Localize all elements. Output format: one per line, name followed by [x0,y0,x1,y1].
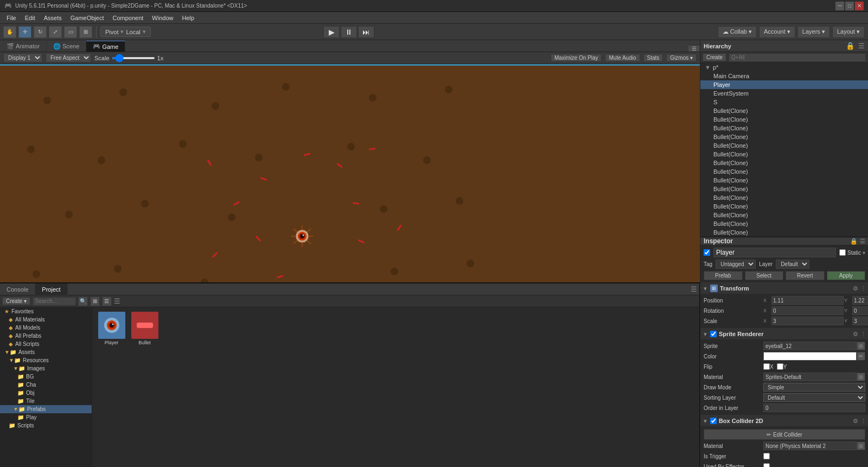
used-by-effector-checkbox[interactable] [763,463,770,467]
project-create-button[interactable]: Create ▾ [2,297,30,305]
is-trigger-checkbox[interactable] [763,453,770,459]
folder-all-models[interactable]: ◆ All Models [0,324,92,332]
move-tool-button[interactable]: ✛ [18,26,31,38]
sprite-renderer-header[interactable]: ▼ Sprite Renderer ⚙ ⋮ [700,329,868,339]
hierarchy-create-button[interactable]: Create [703,53,726,61]
aspect-select[interactable]: Free Aspect [46,53,91,62]
hierarchy-bullet-5[interactable]: Bullet(Clone) [700,141,868,150]
hierarchy-item-s[interactable]: S [700,98,868,106]
hierarchy-bullet-7[interactable]: Bullet(Clone) [700,159,868,167]
color-picker-icon[interactable]: ✏ [857,352,865,361]
hierarchy-item-maincamera[interactable]: Main Camera [700,72,868,80]
prefab-button[interactable]: Prefab [704,271,743,280]
hierarchy-lock-icon[interactable]: 🔒 [846,42,855,50]
game-viewport[interactable] [0,64,700,282]
folder-prefabs[interactable]: ▼📁 Prefabs [0,405,92,413]
hierarchy-bullet-3[interactable]: Bullet(Clone) [700,124,868,132]
hierarchy-bullet-8[interactable]: Bullet(Clone) [700,167,868,176]
folder-scripts[interactable]: 📁 Scripts [0,421,92,430]
layers-button[interactable]: Layers ▾ [797,26,830,38]
pause-button[interactable]: ⏸ [341,26,357,38]
color-swatch[interactable] [763,352,857,361]
game-panel-menu[interactable]: ☰ [688,46,700,52]
rotation-y-input[interactable] [852,306,868,315]
position-y-input[interactable] [852,296,868,305]
hierarchy-bullet-13[interactable]: Bullet(Clone) [700,211,868,219]
hierarchy-bullet-4[interactable]: Bullet(Clone) [700,132,868,141]
sprite-input[interactable] [763,342,857,350]
material-sr-picker-icon[interactable]: ◎ [857,373,865,381]
hierarchy-item-eventsystem[interactable]: EventSystem [700,89,868,98]
folder-favorites[interactable]: ★ Favorites [0,307,92,315]
object-active-checkbox[interactable] [704,249,710,256]
position-x-input[interactable] [771,296,844,305]
display-select[interactable]: Display 1 [3,53,42,62]
menu-file[interactable]: File [2,14,21,22]
tab-scene[interactable]: 🌐 Scene [47,41,86,52]
menu-gameobject[interactable]: GameObject [66,14,108,22]
order-in-layer-input[interactable] [763,403,865,412]
transform-tool-button[interactable]: ⊞ [79,26,92,38]
tab-project[interactable]: Project [35,283,67,295]
hierarchy-bullet-9[interactable]: Bullet(Clone) [700,176,868,185]
project-icon-btn-1[interactable]: ⊞ [90,296,100,306]
flip-y-checkbox[interactable] [777,363,783,370]
hierarchy-bullet-2[interactable]: Bullet(Clone) [700,115,868,124]
transform-header[interactable]: ▼ ⊞ Transform ⚙ ⋮ [700,283,868,294]
scale-x-input[interactable] [771,317,844,325]
tab-console[interactable]: Console [0,283,35,295]
box-collider-header[interactable]: ▼ Box Collider 2D ⚙ ⋮ [700,415,868,426]
box-collider-gear-icon[interactable]: ⋮ [860,418,866,425]
menu-help[interactable]: Help [177,14,199,22]
project-search-icon-btn[interactable]: 🔍 [78,296,88,306]
folder-all-materials[interactable]: ◆ All Materials [0,315,92,324]
hierarchy-item-root[interactable]: ▼ p* [700,63,868,72]
revert-button[interactable]: Revert [786,271,825,280]
project-search-input[interactable] [33,297,76,306]
hierarchy-bullet-12[interactable]: Bullet(Clone) [700,202,868,211]
sprite-picker-icon[interactable]: ◎ [857,342,865,350]
transform-gear-icon[interactable]: ⋮ [860,285,866,292]
folder-images[interactable]: ▼📁 Images [0,364,92,373]
hierarchy-bullet-14[interactable]: Bullet(Clone) [700,219,868,228]
folder-tile[interactable]: 📁 Tile [0,397,92,405]
rotation-x-input[interactable] [771,306,844,315]
project-icon-btn-2[interactable]: ☰ [102,296,112,306]
account-button[interactable]: Account ▾ [759,26,795,38]
folder-resources[interactable]: ▼📁 Resources [0,356,92,364]
select-button[interactable]: Select [745,271,784,280]
rect-tool-button[interactable]: ▭ [64,26,77,38]
asset-bullet[interactable]: Bullet [130,312,159,345]
menu-assets[interactable]: Assets [40,14,66,22]
static-checkbox[interactable] [839,249,846,256]
menu-edit[interactable]: Edit [21,14,40,22]
hierarchy-bullet-6[interactable]: Bullet(Clone) [700,150,868,159]
tag-select[interactable]: Untagged [716,260,756,269]
mute-audio-button[interactable]: Mute Audio [605,54,640,62]
inspector-lock-icon[interactable]: 🔒 [850,238,858,245]
hierarchy-menu-icon[interactable]: ☰ [858,42,865,50]
scale-y-input[interactable] [852,317,868,325]
hierarchy-bullet-11[interactable]: Bullet(Clone) [700,193,868,202]
box-collider-checkbox[interactable] [710,418,717,424]
hierarchy-search-input[interactable] [729,53,866,62]
menu-component[interactable]: Component [108,14,148,22]
play-button[interactable]: ▶ [323,26,340,38]
hierarchy-bullet-15[interactable]: Bullet(Clone) [700,228,868,237]
folder-cha[interactable]: 📁 Cha [0,381,92,389]
hierarchy-bullet-1[interactable]: Bullet(Clone) [700,106,868,115]
folder-assets[interactable]: ▼📁 Assets [0,348,92,356]
stats-button[interactable]: Stats [643,54,663,62]
tab-game[interactable]: 🎮 Game [86,41,125,52]
sprite-renderer-gear-icon[interactable]: ⋮ [860,331,866,338]
maximize-button[interactable]: □ [845,2,854,10]
sprite-renderer-checkbox[interactable] [710,331,717,337]
layer-select[interactable]: Default [776,260,809,269]
apply-button[interactable]: Apply [827,271,866,280]
scale-slider[interactable] [112,57,155,59]
collab-button[interactable]: ☁ Collab ▾ [718,26,757,38]
object-name-input[interactable] [713,248,836,257]
minimize-button[interactable]: ─ [835,2,844,10]
scale-tool-button[interactable]: ⤢ [49,26,62,38]
folder-obj[interactable]: 📁 Obj [0,389,92,397]
